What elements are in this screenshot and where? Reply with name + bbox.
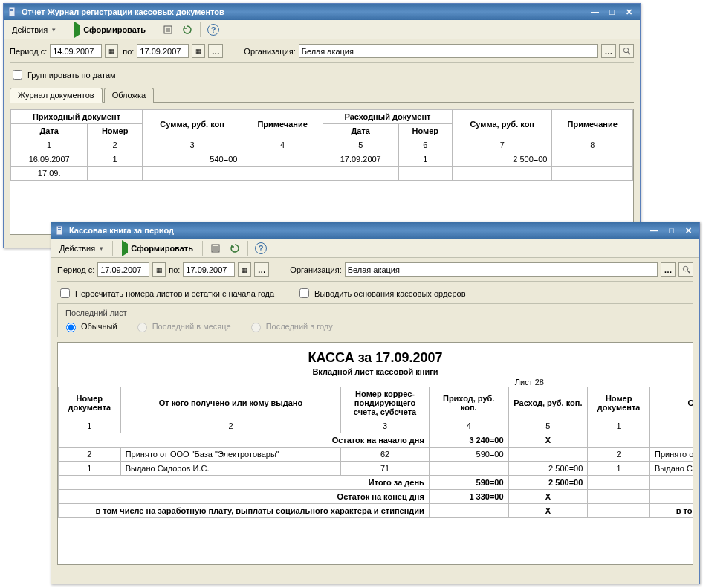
doc-subtitle: Вкладной лист кассовой книги [58, 367, 693, 376]
table-row[interactable]: 17.09. [11, 167, 633, 181]
journal-grid[interactable]: Приходный документ Сумма, руб. коп Приме… [10, 109, 634, 235]
titlebar[interactable]: Кассовая книга за период — □ ✕ [51, 222, 699, 239]
calendar-icon[interactable]: ▦ [192, 44, 205, 58]
date-to-input[interactable] [137, 44, 189, 58]
table-row[interactable]: 1 Выдано Сидоров И.С. 71 2 500=00 1 Выда… [59, 462, 694, 476]
th-income-doc: Приходный документ [11, 110, 143, 124]
settings-icon[interactable] [207, 240, 224, 256]
th-date: Дата [11, 124, 88, 138]
maximize-button[interactable]: □ [604, 5, 620, 19]
cashbook-grid[interactable]: КАССА за 17.09.2007 Вкладной лист кассов… [57, 342, 693, 565]
tabs: Журнал документов Обложка [10, 88, 634, 103]
svg-point-9 [683, 266, 687, 271]
total-row: Итого за день 590=00 2 500=00 [59, 476, 694, 490]
org-label: Организация: [290, 265, 341, 274]
refresh-icon[interactable] [178, 22, 196, 38]
colnum: 2 [120, 419, 341, 433]
cashbook-window: Кассовая книга за период — □ ✕ Действия … [51, 222, 700, 584]
org-label: Организация: [244, 47, 295, 56]
radio-month: Последний в месяце [134, 320, 231, 332]
sheet-number: Лист 28 [58, 378, 693, 387]
date-from-input[interactable] [97, 262, 149, 277]
window-title: Кассовая книга за период [69, 226, 645, 235]
org-input[interactable] [299, 44, 598, 58]
close-button[interactable]: ✕ [681, 224, 696, 237]
help-icon: ? [255, 242, 267, 254]
help-icon: ? [207, 24, 219, 36]
minimize-button[interactable]: — [587, 5, 603, 19]
colnum: 4 [429, 419, 508, 433]
play-icon [74, 25, 80, 34]
group-by-dates-checkbox[interactable]: Группировать по датам [10, 68, 116, 82]
window-title: Отчет Журнал регистрации кассовых докуме… [22, 7, 586, 16]
calendar-icon[interactable]: ▦ [238, 262, 251, 277]
colnum: 2 [88, 138, 143, 152]
org-search-icon[interactable] [678, 262, 693, 277]
th-rashod: Расход, руб. коп. [508, 387, 588, 419]
th-docnum: Номер документа [59, 387, 121, 419]
date-to-input[interactable] [183, 262, 235, 277]
colnum: 7 [453, 138, 552, 152]
svg-rect-5 [56, 226, 62, 235]
opening-balance-row: Остаток на начало дня 3 240=00 X [59, 433, 694, 448]
refresh-icon[interactable] [226, 240, 244, 256]
generate-button[interactable]: Сформировать [117, 240, 198, 256]
close-button[interactable]: ✕ [621, 5, 637, 19]
tab-journal[interactable]: Журнал документов [10, 88, 103, 103]
recount-checkbox[interactable]: Пересчитать номера листов и остатки с на… [57, 286, 274, 300]
colnum: 3 [341, 419, 430, 433]
closing-balance-row: Остаток на конец дня 1 330=00 X [59, 490, 694, 504]
salary-row: в том числе на заработную плату, выплаты… [59, 504, 694, 518]
help-button[interactable]: ? [204, 22, 222, 38]
org-search-icon[interactable] [619, 44, 634, 58]
table-row[interactable]: 16.09.2007 1 540=00 17.09.2007 1 2 500=0… [11, 152, 633, 167]
th-docnum2: Номер документа [588, 387, 650, 419]
titlebar[interactable]: Отчет Журнал регистрации кассовых докуме… [4, 4, 640, 20]
tab-cover[interactable]: Обложка [104, 88, 154, 103]
org-input[interactable] [345, 262, 658, 277]
radio-normal[interactable]: Обычный [62, 320, 117, 332]
settings-icon[interactable] [159, 22, 177, 38]
svg-point-4 [623, 48, 628, 52]
period-ellipsis[interactable]: … [208, 44, 223, 58]
help-button[interactable]: ? [252, 240, 270, 256]
colnum: 5 [508, 419, 588, 433]
th-number2: Номер [398, 124, 452, 138]
period-from-label: Период с: [57, 265, 94, 274]
th-expense-doc: Расходный документ [323, 110, 452, 124]
period-to-label: по: [169, 265, 180, 274]
actions-menu[interactable]: Действия [54, 240, 108, 256]
play-icon [122, 244, 128, 253]
colnum: 4 [242, 138, 323, 152]
svg-rect-0 [9, 7, 15, 16]
print-basis-checkbox[interactable]: Выводить основания кассовых ордеров [297, 286, 465, 300]
svg-rect-1 [10, 9, 13, 10]
date-from-input[interactable] [50, 44, 102, 58]
maximize-button[interactable]: □ [664, 224, 679, 237]
th-from2: От кого [650, 387, 694, 419]
org-ellipsis[interactable]: … [601, 44, 616, 58]
th-note2: Примечание [552, 110, 633, 138]
actions-menu[interactable]: Действия [7, 22, 61, 38]
calendar-icon[interactable]: ▦ [105, 44, 118, 58]
svg-rect-2 [10, 10, 13, 11]
colnum: 1 [588, 419, 650, 433]
th-prihod: Приход, руб. коп. [429, 387, 508, 419]
fieldset-legend: Последний лист [62, 308, 130, 317]
colnum: 5 [323, 138, 398, 152]
doc-title: КАССА за 17.09.2007 [58, 350, 693, 366]
report-journal-window: Отчет Журнал регистрации кассовых докуме… [3, 3, 641, 248]
th-date2: Дата [323, 124, 398, 138]
minimize-button[interactable]: — [647, 224, 662, 237]
org-ellipsis[interactable]: … [661, 262, 676, 277]
th-number: Номер [88, 124, 143, 138]
toolbar: Действия Сформировать ? [51, 239, 699, 258]
toolbar: Действия Сформировать ? [4, 20, 640, 39]
colnum: 6 [398, 138, 452, 152]
period-ellipsis[interactable]: … [254, 262, 269, 277]
colnum: 1 [59, 419, 121, 433]
calendar-icon[interactable]: ▦ [152, 262, 166, 277]
generate-button[interactable]: Сформировать [69, 22, 151, 38]
th-corr: Номер коррес- пондирующего счета, субсче… [341, 387, 430, 419]
table-row[interactable]: 2 Принято от ООО "База "Электротовары" 6… [59, 448, 694, 462]
